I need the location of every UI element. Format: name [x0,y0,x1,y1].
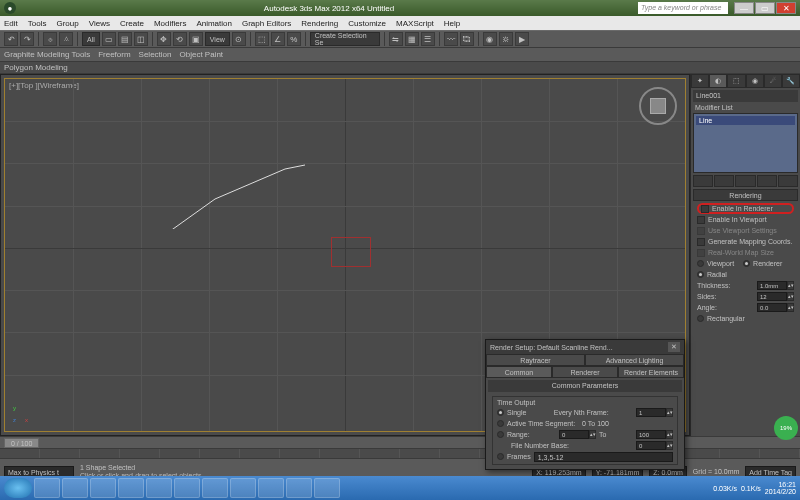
utilities-tab-icon[interactable]: 🔧 [782,74,800,88]
dialog-close-button[interactable]: ✕ [668,342,680,352]
radial-radio[interactable] [697,271,704,278]
tab-renderer[interactable]: Renderer [552,366,618,378]
select-name-button[interactable]: ▤ [118,32,132,46]
menu-create[interactable]: Create [120,19,144,28]
configure-sets-button[interactable] [778,175,798,187]
start-button[interactable] [4,478,32,498]
hierarchy-tab-icon[interactable]: ⬚ [727,74,745,88]
menu-help[interactable]: Help [444,19,460,28]
select-region-button[interactable]: ◫ [134,32,148,46]
range-radio[interactable] [497,431,504,438]
range-from-spinner[interactable]: 0▴▾ [559,430,596,439]
frames-radio[interactable] [497,453,504,460]
material-editor-button[interactable]: ◉ [483,32,497,46]
stack-item-line[interactable]: Line [696,116,795,125]
tab-render-elements[interactable]: Render Elements [618,366,684,378]
taskbar-item[interactable] [174,478,200,498]
menu-edit[interactable]: Edit [4,19,18,28]
thickness-spinner[interactable]: 1.0mm▴▾ [757,281,794,290]
real-world-checkbox[interactable]: Real-World Map Size [697,247,794,258]
menu-customize[interactable]: Customize [348,19,386,28]
taskbar-item[interactable] [314,478,340,498]
taskbar-item[interactable] [202,478,228,498]
render-button[interactable]: ▶ [515,32,529,46]
create-tab-icon[interactable]: ✦ [691,74,709,88]
taskbar-item[interactable] [118,478,144,498]
file-base-spinner[interactable]: 0▴▾ [636,441,673,450]
undo-button[interactable]: ↶ [4,32,18,46]
taskbar-item[interactable] [286,478,312,498]
menu-graph-editors[interactable]: Graph Editors [242,19,291,28]
mirror-button[interactable]: ⇋ [389,32,403,46]
use-viewport-settings-checkbox[interactable]: Use Viewport Settings [697,225,794,236]
enable-in-renderer-checkbox[interactable]: Enable In Renderer [697,203,794,214]
menu-group[interactable]: Group [56,19,78,28]
spline-object[interactable] [5,79,305,229]
ribbon-tab-objectpaint[interactable]: Object Paint [180,50,224,59]
clock-time[interactable]: 16:21 [765,481,796,488]
display-tab-icon[interactable]: ☄ [764,74,782,88]
taskbar-item[interactable] [90,478,116,498]
object-name-field[interactable]: Line001 [693,90,798,102]
link-button[interactable]: ⟐ [43,32,57,46]
snap-toggle[interactable]: ⬚ [255,32,269,46]
curve-editor-button[interactable]: 〰 [444,32,458,46]
close-button[interactable]: ✕ [776,2,796,14]
nth-frame-spinner[interactable]: 1▴▾ [636,408,673,417]
maximize-button[interactable]: ▭ [755,2,775,14]
ref-coord-dropdown[interactable]: View [205,32,230,46]
taskbar-item[interactable] [62,478,88,498]
network-monitor-badge[interactable]: 19% [774,416,798,440]
make-unique-button[interactable] [735,175,755,187]
menu-modifiers[interactable]: Modifiers [154,19,186,28]
named-selection-dropdown[interactable]: Create Selection Se [310,32,380,46]
tab-advanced-lighting[interactable]: Advanced Lighting [585,354,684,366]
taskbar-item[interactable] [230,478,256,498]
percent-snap-toggle[interactable]: % [287,32,301,46]
angle-spinner[interactable]: 0.0▴▾ [757,303,794,312]
range-to-spinner[interactable]: 100▴▾ [636,430,673,439]
enable-in-viewport-checkbox[interactable]: Enable In Viewport [697,214,794,225]
rotate-button[interactable]: ⟲ [173,32,187,46]
ribbon-panel-label[interactable]: Polygon Modeling [0,62,800,74]
menu-maxscript[interactable]: MAXScript [396,19,434,28]
menu-animation[interactable]: Animation [196,19,232,28]
unlink-button[interactable]: ⟑ [59,32,73,46]
help-search-input[interactable]: Type a keyword or phrase [638,2,728,14]
menu-rendering[interactable]: Rendering [301,19,338,28]
pivot-button[interactable]: ⊙ [232,32,246,46]
modify-tab-icon[interactable]: ◐ [709,74,727,88]
menu-tools[interactable]: Tools [28,19,47,28]
scale-button[interactable]: ▣ [189,32,203,46]
clock-date[interactable]: 2014/2/20 [765,488,796,495]
minimize-button[interactable]: — [734,2,754,14]
menu-views[interactable]: Views [89,19,110,28]
taskbar-item[interactable] [258,478,284,498]
viewcube[interactable] [639,87,677,125]
move-button[interactable]: ✥ [157,32,171,46]
show-end-result-button[interactable] [714,175,734,187]
angle-snap-toggle[interactable]: ∠ [271,32,285,46]
common-parameters-rollout[interactable]: Common Parameters [488,380,682,392]
motion-tab-icon[interactable]: ◉ [746,74,764,88]
select-button[interactable]: ▭ [102,32,116,46]
time-slider-handle[interactable]: 0 / 100 [4,438,39,448]
generate-mapping-checkbox[interactable]: Generate Mapping Coords. [697,236,794,247]
active-segment-radio[interactable] [497,420,504,427]
redo-button[interactable]: ↷ [20,32,34,46]
frames-input[interactable]: 1,3,5-12 [534,452,673,462]
modifier-list-label[interactable]: Modifier List [691,104,800,111]
schematic-button[interactable]: ⿻ [460,32,474,46]
app-icon[interactable]: ● [4,2,16,14]
render-setup-button[interactable]: ⛭ [499,32,513,46]
taskbar-item[interactable] [34,478,60,498]
tab-raytracer[interactable]: Raytracer [486,354,585,366]
ribbon-tab-selection[interactable]: Selection [139,50,172,59]
rectangular-radio[interactable] [697,315,704,322]
align-button[interactable]: ▦ [405,32,419,46]
rendering-rollout-title[interactable]: Rendering [693,189,798,201]
single-radio[interactable] [497,409,504,416]
tab-common[interactable]: Common [486,366,552,378]
ribbon-tab-freeform[interactable]: Freeform [98,50,130,59]
sides-spinner[interactable]: 12▴▾ [757,292,794,301]
